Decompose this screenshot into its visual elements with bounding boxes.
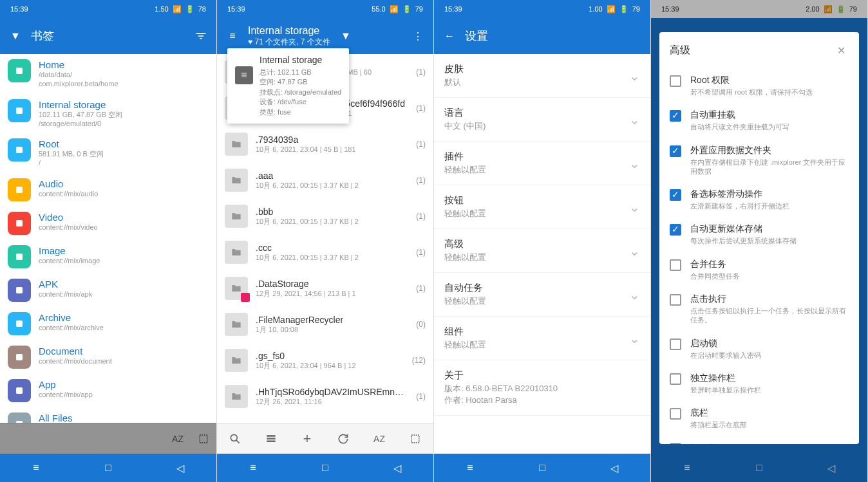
file-name: .bbb <box>256 207 408 217</box>
dialog-item[interactable]: 底栏将顶栏显示在底部 <box>659 401 859 436</box>
dialog-item[interactable]: 标签栏显示独立标签栏 <box>659 436 859 444</box>
checkbox[interactable] <box>670 338 681 350</box>
checkbox[interactable] <box>670 408 681 420</box>
file-item[interactable]: .HhTjqSRo6dybqDAV2ImUSREmnZU=12月 26, 202… <box>217 378 433 414</box>
checkbox[interactable] <box>670 145 681 157</box>
folder-icon <box>225 349 248 372</box>
option-title: 外置应用数据文件夹 <box>690 145 849 156</box>
file-item[interactable]: .gs_fs010月 6, 2021, 23:04 | 964 B | 12 (… <box>217 342 433 378</box>
search-button[interactable] <box>222 426 248 452</box>
file-item[interactable]: .aaa10月 6, 2021, 00:15 | 3.37 KB | 2 (1) <box>217 162 433 198</box>
title[interactable]: Internal storage <box>248 25 330 37</box>
dialog-item[interactable]: 独立操作栏竖屏时单独显示操作栏 <box>659 366 859 401</box>
bookmark-title: Image <box>39 245 209 256</box>
checkbox[interactable] <box>670 224 681 236</box>
settings-item[interactable]: 组件轻触以配置 ⌄ <box>434 317 650 360</box>
checkbox[interactable] <box>670 373 681 385</box>
dialog-overlay[interactable]: 高级 ✕ Root 权限若不希望调用 root 权限，请保持不勾选 自动重挂载自… <box>651 0 867 482</box>
bookmark-icon <box>8 138 31 162</box>
file-name: .aaa <box>256 171 408 181</box>
nav-back-icon[interactable]: ◁ <box>601 455 627 481</box>
file-name: .gs_fs0 <box>256 351 404 361</box>
dialog-item[interactable]: 外置应用数据文件夹在内置存储根目录下创建 .mixplorer 文件夹用于应用数… <box>659 138 859 183</box>
option-title: 启动锁 <box>690 338 849 349</box>
dialog-item[interactable]: 启动锁在启动时要求输入密码 <box>659 331 859 366</box>
checkbox[interactable] <box>670 75 681 87</box>
tooltip-row: 空闲: 47.87 GB <box>259 77 341 87</box>
overflow-icon[interactable]: ⋮ <box>410 28 426 44</box>
chevron-down-icon: ⌄ <box>629 199 640 215</box>
checkbox[interactable] <box>670 110 681 122</box>
bookmark-item[interactable]: Imagecontent://mix/image <box>0 240 216 273</box>
bookmark-item[interactable]: Documentcontent://mix/document <box>0 340 216 374</box>
tooltip-title: Internal storage <box>259 55 341 65</box>
add-button[interactable]: + <box>294 426 320 452</box>
bookmark-item[interactable]: Appcontent://mix/app <box>0 374 216 407</box>
settings-item[interactable]: 关于版本: 6.58.0-BETA B22010310作者: Hootan Pa… <box>434 360 650 416</box>
filter-icon[interactable] <box>193 28 209 44</box>
bookmark-item[interactable]: Archivecontent://mix/archive <box>0 307 216 340</box>
settings-item[interactable]: 高级轻触以配置 ⌄ <box>434 229 650 273</box>
nav-home-icon[interactable]: □ <box>312 455 338 481</box>
battery-icon: 🔋 <box>619 5 628 14</box>
screen-bookmarks: 15:39 1.50 📶 🔋 78 ⋯ ▼ 书签 Home/data/data/… <box>0 0 217 482</box>
dialog-item[interactable]: 合并任务合并同类型任务 <box>659 252 859 287</box>
file-item[interactable]: .FileManagerRecycler1月 10, 00:08 (0) <box>217 306 433 342</box>
file-item[interactable]: .bbb10月 6, 2021, 00:15 | 3.37 KB | 2 (1) <box>217 198 433 234</box>
menu-icon[interactable]: ≡ <box>225 28 240 44</box>
settings-item[interactable]: 自动任务轻触以配置 ⌄ <box>434 273 650 317</box>
dialog-item[interactable]: 自动重挂载自动将只读文件夹重挂载为可写 <box>659 103 859 138</box>
sort-az-button[interactable]: AZ <box>366 426 392 452</box>
file-item[interactable]: .7934039a10月 6, 2021, 23:04 | 45 B | 181… <box>217 126 433 162</box>
file-name: .ccc <box>256 243 408 253</box>
checkbox[interactable] <box>670 294 681 306</box>
settings-item[interactable]: 皮肤默认 ⌄ <box>434 54 650 98</box>
bookmark-item[interactable]: Internal storage102.11 GB, 47.87 GB 空闲/s… <box>0 94 216 134</box>
app-bar: ← 设置 <box>434 18 650 54</box>
nav-home-icon[interactable]: □ <box>529 455 555 481</box>
svg-rect-16 <box>267 438 275 440</box>
bookmark-item[interactable]: Home/data/data/com.mixplorer.beta/home <box>0 54 216 94</box>
dropdown-icon[interactable]: ▼ <box>8 28 23 44</box>
view-button[interactable] <box>258 426 284 452</box>
close-icon[interactable]: ✕ <box>833 42 849 58</box>
bookmark-sub: content://mix/archive <box>39 323 209 332</box>
file-item[interactable]: .ccc10月 6, 2021, 00:15 | 3.37 KB | 2 (1) <box>217 234 433 270</box>
bookmark-item[interactable]: Root581.91 MB, 0 B 空闲/ <box>0 133 216 173</box>
nav-back-icon[interactable]: ◁ <box>167 455 193 481</box>
settings-title: 语言 <box>444 107 629 119</box>
file-meta: 12月 26, 2021, 11:16 <box>256 397 408 407</box>
bookmark-item[interactable]: Audiocontent://mix/audio <box>0 173 216 207</box>
bookmark-item[interactable]: APKcontent://mix/apk <box>0 273 216 307</box>
refresh-button[interactable] <box>330 426 356 452</box>
dialog-item[interactable]: 自动更新媒体存储每次操作后尝试更新系统媒体存储 <box>659 217 859 252</box>
dialog-item[interactable]: 点击执行点击任务按钮以执行上一个任务，长按以显示所有任务。 <box>659 287 859 331</box>
nav-back-icon[interactable]: ◁ <box>384 455 410 481</box>
back-icon[interactable]: ← <box>442 28 457 44</box>
checkbox[interactable] <box>670 189 681 201</box>
bookmark-icon <box>8 99 31 122</box>
checkbox[interactable] <box>670 259 681 271</box>
checkbox[interactable] <box>670 443 681 444</box>
option-sub: 在内置存储根目录下创建 .mixplorer 文件夹用于应用数据 <box>690 158 849 176</box>
nav-menu-icon[interactable]: ≡ <box>240 455 266 481</box>
settings-sub: 版本: 6.58.0-BETA B22010310作者: Hootan Pars… <box>444 383 640 406</box>
nav-menu-icon[interactable]: ≡ <box>457 455 483 481</box>
svg-rect-7 <box>16 320 23 327</box>
dialog-item[interactable]: Root 权限若不希望调用 root 权限，请保持不勾选 <box>659 68 859 103</box>
svg-rect-17 <box>267 440 275 442</box>
bookmark-title: Audio <box>39 178 209 189</box>
settings-item[interactable]: 语言中文 (中国) ⌄ <box>434 98 650 142</box>
dropdown-icon[interactable]: ▼ <box>338 28 354 44</box>
nav-home-icon[interactable]: □ <box>95 455 121 481</box>
settings-item[interactable]: 按钮轻触以配置 ⌄ <box>434 185 650 229</box>
file-item[interactable]: .DataStorage12月 29, 2021, 14:56 | 213 B … <box>217 270 433 306</box>
nav-menu-icon[interactable]: ≡ <box>23 455 49 481</box>
dialog-item[interactable]: 备选标签滑动操作左滑新建标签，右滑打开侧边栏 <box>659 182 859 217</box>
settings-item[interactable]: 插件轻触以配置 ⌄ <box>434 142 650 185</box>
bookmark-item[interactable]: Videocontent://mix/video <box>0 207 216 240</box>
select-button[interactable] <box>402 426 428 452</box>
bookmark-item[interactable]: All Filescontent://mix/all <box>0 407 216 423</box>
file-count: (1) <box>416 284 426 293</box>
nav-bar: ≡ □ ◁ <box>434 454 650 482</box>
